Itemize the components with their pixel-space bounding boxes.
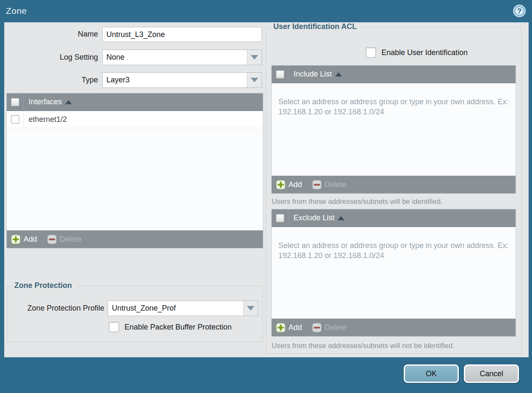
dialog-body: Name Log Setting Type Interfaces <box>4 22 529 357</box>
minus-icon <box>47 235 57 244</box>
dialog-title: Zone <box>6 6 27 16</box>
zone-protection-profile-select <box>108 301 258 316</box>
include-list-column-header[interactable]: Include List <box>294 70 342 79</box>
include-list-header: Include List <box>272 66 516 83</box>
exclude-list-body[interactable]: Select an address or address group or ty… <box>272 227 516 319</box>
minus-icon <box>312 180 322 190</box>
sort-ascending-icon <box>338 216 344 220</box>
row-checkbox[interactable] <box>11 115 19 124</box>
user-identification-acl-section: User Identification ACL Enable User Iden… <box>266 27 521 354</box>
name-label: Name <box>4 30 98 39</box>
ok-button[interactable]: OK <box>404 364 459 383</box>
packet-buffer-protection-label: Enable Packet Buffer Protection <box>124 323 232 332</box>
zone-protection-profile-dropdown-button[interactable] <box>243 301 258 316</box>
interfaces-table-header: Interfaces <box>7 93 263 111</box>
enable-user-identification-row: Enable User Identification <box>366 47 468 58</box>
type-input[interactable] <box>103 73 247 87</box>
cancel-button[interactable]: Cancel <box>464 364 519 383</box>
zone-protection-profile-label: Zone Protection Profile <box>11 304 104 313</box>
chevron-down-icon <box>251 78 258 82</box>
interfaces-select-all-checkbox[interactable] <box>11 98 19 106</box>
enable-user-identification-label: Enable User Identification <box>381 48 468 57</box>
exclude-add-button[interactable]: Add <box>276 323 302 332</box>
interfaces-select-all-cell <box>7 93 24 111</box>
exclude-list-note: Users from these addresses/subnets will … <box>272 342 455 350</box>
exclude-list-placeholder: Select an address or address group or ty… <box>272 227 516 261</box>
interfaces-delete-button[interactable]: Delete <box>47 235 82 244</box>
log-setting-label: Log Setting <box>4 53 98 62</box>
type-dropdown-button[interactable] <box>247 73 262 87</box>
exclude-list-table: Exclude List Select an address or addres… <box>272 209 516 336</box>
interfaces-table-footer: Add Delete <box>7 230 263 248</box>
interfaces-column-header[interactable]: Interfaces <box>29 98 72 106</box>
dialog-titlebar: Zone ? <box>0 0 532 22</box>
include-select-all-cell <box>272 66 288 83</box>
plus-icon <box>276 323 286 332</box>
plus-icon <box>11 235 21 244</box>
include-list-body[interactable]: Select an address or address group or ty… <box>272 83 516 176</box>
zone-protection-section: Zone Protection Zone Protection Profile … <box>7 286 263 342</box>
table-row[interactable]: ethernet1/2 <box>7 111 263 128</box>
sort-ascending-icon <box>65 100 72 104</box>
zone-dialog: { "dialog": { "title": "Zone" }, "icons"… <box>0 0 532 393</box>
include-list-table: Include List Select an address or addres… <box>272 66 516 193</box>
interfaces-add-button[interactable]: Add <box>11 235 37 244</box>
include-list-footer: Add Delete <box>272 176 516 193</box>
exclude-list-column-header[interactable]: Exclude List <box>294 214 344 222</box>
minus-icon <box>312 323 322 332</box>
log-setting-input[interactable] <box>103 50 247 65</box>
exclude-select-all-checkbox[interactable] <box>276 214 284 222</box>
interfaces-table: Interfaces ethernet1/2 Add Delete <box>7 93 263 248</box>
chevron-down-icon <box>251 55 258 60</box>
exclude-delete-button[interactable]: Delete <box>312 323 347 332</box>
include-delete-button[interactable]: Delete <box>312 180 347 190</box>
include-list-note: Users from these addresses/subnets will … <box>272 198 442 206</box>
exclude-list-header: Exclude List <box>272 209 516 227</box>
include-add-button[interactable]: Add <box>276 180 302 190</box>
sort-ascending-icon <box>335 72 342 76</box>
include-select-all-checkbox[interactable] <box>276 70 284 79</box>
log-setting-dropdown-button[interactable] <box>247 50 262 65</box>
plus-icon <box>276 180 286 190</box>
name-input[interactable] <box>102 27 262 42</box>
enable-user-identification-checkbox[interactable] <box>366 47 376 58</box>
packet-buffer-protection-row: Enable Packet Buffer Protection <box>109 322 232 332</box>
interface-name: ethernet1/2 <box>29 115 67 124</box>
type-label: Type <box>4 76 98 84</box>
log-setting-select <box>102 50 262 65</box>
exclude-select-all-cell <box>272 209 288 227</box>
svg-text:?: ? <box>517 7 521 15</box>
packet-buffer-protection-checkbox[interactable] <box>109 322 119 332</box>
user-identification-acl-legend: User Identification ACL <box>270 22 360 31</box>
zone-protection-legend: Zone Protection <box>11 281 75 290</box>
type-select <box>102 72 262 88</box>
help-icon[interactable]: ? <box>513 4 526 18</box>
include-list-placeholder: Select an address or address group or ty… <box>272 83 516 117</box>
row-checkbox-cell <box>7 111 24 128</box>
interfaces-table-body[interactable]: ethernet1/2 <box>7 111 263 230</box>
zone-protection-profile-input[interactable] <box>108 301 243 316</box>
exclude-list-footer: Add Delete <box>272 319 516 336</box>
chevron-down-icon <box>247 306 254 311</box>
